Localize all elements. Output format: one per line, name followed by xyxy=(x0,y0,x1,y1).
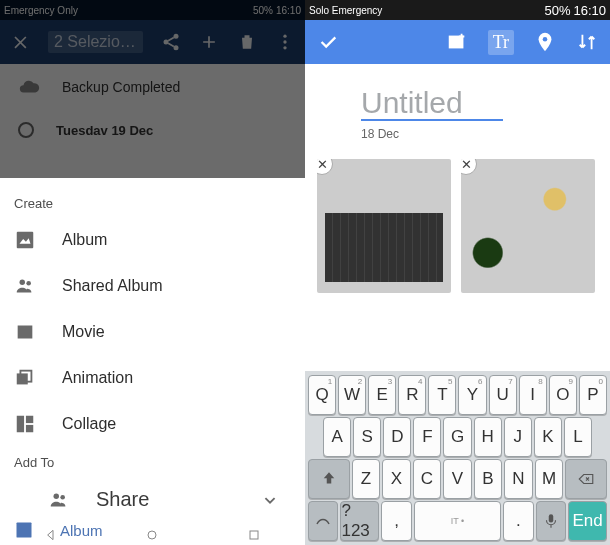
swype-key[interactable] xyxy=(308,501,338,541)
collage-icon xyxy=(14,413,36,435)
svg-point-18 xyxy=(148,531,156,539)
svg-point-15 xyxy=(54,493,60,499)
key-C[interactable]: C xyxy=(413,459,442,499)
key-G[interactable]: G xyxy=(443,417,471,457)
key-I[interactable]: I8 xyxy=(519,375,547,415)
clock: 16:10 xyxy=(573,3,606,18)
carrier: Solo Emergency xyxy=(309,5,382,16)
remove-thumb-icon[interactable]: ✕ xyxy=(317,159,333,175)
keyboard: Q1W2E3R4T5Y6U7I8O9P0 ASDFGHJKL ZXCVBNM ?… xyxy=(305,371,610,545)
right-screen: Solo Emergency 50% 16:10 Tr Untitled 18 … xyxy=(305,0,610,545)
key-S[interactable]: S xyxy=(353,417,381,457)
chevron-down-icon xyxy=(259,489,281,511)
key-A[interactable]: A xyxy=(323,417,351,457)
animation-icon xyxy=(14,367,36,389)
option-movie[interactable]: Movie xyxy=(0,309,305,355)
key-O[interactable]: O9 xyxy=(549,375,577,415)
enter-key[interactable]: End xyxy=(568,501,607,541)
bottom-sheet: Create Album Shared Album Movie Animatio… xyxy=(0,178,305,545)
key-D[interactable]: D xyxy=(383,417,411,457)
key-M[interactable]: M xyxy=(535,459,564,499)
nav-home-icon[interactable] xyxy=(144,527,160,543)
svg-rect-13 xyxy=(26,416,33,423)
key-W[interactable]: W2 xyxy=(338,375,366,415)
svg-rect-19 xyxy=(250,531,258,539)
svg-rect-12 xyxy=(17,416,24,433)
key-V[interactable]: V xyxy=(443,459,472,499)
battery: 50% xyxy=(544,3,570,18)
nav-bar xyxy=(0,523,305,545)
addto-header: Add To xyxy=(0,447,305,476)
thumbnail-1[interactable]: ✕ xyxy=(317,159,451,293)
thumbnails: ✕ ✕ xyxy=(305,143,610,299)
key-T[interactable]: T5 xyxy=(428,375,456,415)
key-B[interactable]: B xyxy=(474,459,503,499)
key-H[interactable]: H xyxy=(474,417,502,457)
option-label: Movie xyxy=(62,323,105,341)
nav-recent-icon[interactable] xyxy=(246,527,262,543)
option-collage[interactable]: Collage xyxy=(0,401,305,447)
remove-thumb-icon[interactable]: ✕ xyxy=(461,159,477,175)
key-Y[interactable]: Y6 xyxy=(458,375,486,415)
svg-point-21 xyxy=(543,37,548,42)
key-U[interactable]: U7 xyxy=(489,375,517,415)
svg-rect-10 xyxy=(17,373,28,384)
key-X[interactable]: X xyxy=(382,459,411,499)
location-icon[interactable] xyxy=(534,31,556,53)
editor-toolbar: Tr xyxy=(305,20,610,64)
sort-icon[interactable] xyxy=(576,31,598,53)
album-icon xyxy=(14,229,36,251)
svg-point-16 xyxy=(60,494,65,499)
people-icon xyxy=(48,489,70,511)
option-shared-album[interactable]: Shared Album xyxy=(0,263,305,309)
title-area: Untitled 18 Dec xyxy=(305,64,610,143)
dot-key[interactable]: . xyxy=(503,501,533,541)
backspace-key[interactable] xyxy=(565,459,607,499)
status-bar: Solo Emergency 50% 16:10 xyxy=(305,0,610,20)
option-animation[interactable]: Animation xyxy=(0,355,305,401)
svg-point-9 xyxy=(26,281,31,286)
key-Q[interactable]: Q1 xyxy=(308,375,336,415)
svg-rect-22 xyxy=(549,514,554,522)
key-J[interactable]: J xyxy=(504,417,532,457)
key-Z[interactable]: Z xyxy=(352,459,381,499)
people-icon xyxy=(14,275,36,297)
svg-rect-6 xyxy=(17,232,34,249)
key-N[interactable]: N xyxy=(504,459,533,499)
comma-key[interactable]: , xyxy=(381,501,411,541)
option-label: Collage xyxy=(62,415,116,433)
key-R[interactable]: R4 xyxy=(398,375,426,415)
svg-rect-14 xyxy=(26,425,33,432)
option-album[interactable]: Album xyxy=(0,217,305,263)
mic-key[interactable] xyxy=(536,501,566,541)
shift-key[interactable] xyxy=(308,459,350,499)
text-format-icon[interactable]: Tr xyxy=(488,30,514,55)
album-date: 18 Dec xyxy=(361,127,598,141)
symbols-key[interactable]: ?123 xyxy=(340,501,379,541)
key-K[interactable]: K xyxy=(534,417,562,457)
option-label: Shared Album xyxy=(62,277,163,295)
dimmer xyxy=(0,0,305,178)
key-P[interactable]: P0 xyxy=(579,375,607,415)
confirm-icon[interactable] xyxy=(317,31,339,53)
key-L[interactable]: L xyxy=(564,417,592,457)
option-label: Animation xyxy=(62,369,133,387)
key-F[interactable]: F xyxy=(413,417,441,457)
key-E[interactable]: E3 xyxy=(368,375,396,415)
thumbnail-2[interactable]: ✕ xyxy=(461,159,595,293)
nav-back-icon[interactable] xyxy=(43,527,59,543)
movie-icon xyxy=(14,321,36,343)
svg-point-8 xyxy=(20,280,26,286)
left-screen: Emergency Only 50% 16:10 2 Selezio… Back… xyxy=(0,0,305,545)
add-image-icon[interactable] xyxy=(446,31,468,53)
title-input[interactable]: Untitled xyxy=(361,86,503,121)
create-header: Create xyxy=(0,188,305,217)
option-label: Album xyxy=(62,231,107,249)
share-label: Share xyxy=(96,488,149,511)
space-key[interactable]: IT • xyxy=(414,501,501,541)
